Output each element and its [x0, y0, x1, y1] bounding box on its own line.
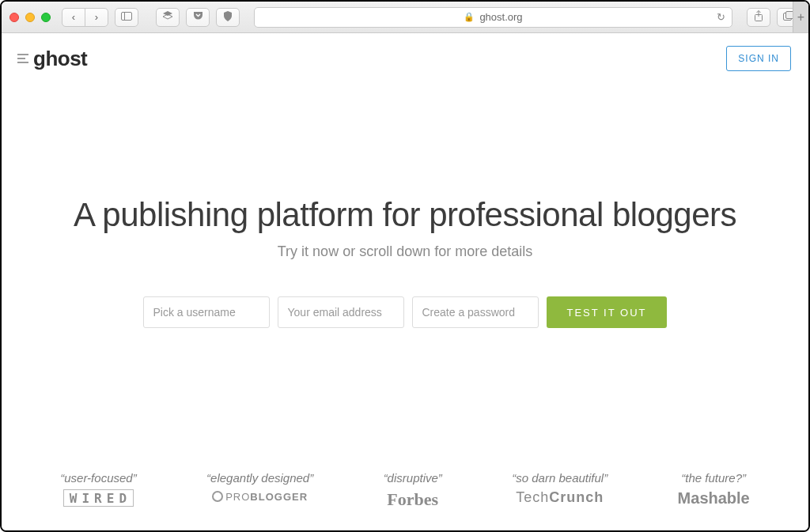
sidebar-toggle-button[interactable]: [115, 8, 138, 27]
press-quotes-row: “user-focused” WIRED “elegantly designed…: [2, 471, 808, 510]
press-logo-techcrunch: TechCrunch: [512, 489, 608, 506]
brand-wordmark: ghost: [33, 47, 87, 71]
extension-button-buffer[interactable]: [156, 8, 180, 27]
address-bar[interactable]: 🔒 ghost.org ↻: [254, 7, 732, 28]
press-logo-mashable: Mashable: [678, 489, 750, 507]
press-item-problogger: “elegantly designed” PROBLOGGER: [206, 471, 313, 510]
hero: A publishing platform for professional b…: [2, 196, 808, 328]
svg-rect-0: [122, 13, 132, 21]
extension-button-pocket[interactable]: [186, 8, 210, 27]
address-bar-text: ghost.org: [479, 11, 522, 23]
reload-icon[interactable]: ↻: [717, 11, 725, 23]
window-maximize-button[interactable]: [41, 13, 51, 22]
window-close-button[interactable]: [9, 13, 19, 22]
nav-back-button[interactable]: ‹: [62, 8, 85, 27]
stack-icon: [162, 11, 173, 23]
lock-icon: 🔒: [464, 12, 475, 22]
username-input[interactable]: [143, 296, 270, 328]
press-item-mashable: “the future?” Mashable: [678, 471, 750, 510]
nav-forward-button[interactable]: ›: [85, 8, 108, 27]
sign-in-label: SIGN IN: [738, 53, 779, 64]
window-controls: [9, 13, 51, 22]
svg-marker-2: [163, 11, 172, 16]
site-header: ghost SIGN IN: [2, 33, 808, 71]
press-logo-wired: WIRED: [63, 489, 134, 507]
hero-subtitle: Try it now or scroll down for more detai…: [33, 243, 777, 260]
press-quote: “the future?”: [678, 471, 750, 485]
gear-icon: [212, 491, 223, 502]
shield-icon: [223, 11, 233, 24]
pocket-icon: [193, 11, 203, 23]
chevron-left-icon: ‹: [72, 11, 75, 23]
share-button[interactable]: [747, 8, 770, 27]
press-quote: “disruptive”: [384, 471, 442, 485]
press-logo-forbes: Forbes: [384, 489, 442, 510]
brand[interactable]: ghost: [17, 47, 87, 71]
cta-label: TEST IT OUT: [567, 307, 647, 319]
hamburger-icon: [17, 54, 28, 63]
press-item-forbes: “disruptive” Forbes: [384, 471, 442, 510]
signup-form: TEST IT OUT: [33, 296, 777, 328]
share-icon: [754, 10, 763, 24]
email-input[interactable]: [278, 296, 404, 328]
password-input[interactable]: [412, 296, 539, 328]
press-item-techcrunch: “so darn beautiful” TechCrunch: [512, 471, 608, 510]
new-tab-button[interactable]: +: [793, 2, 808, 32]
press-quote: “so darn beautiful”: [512, 471, 608, 485]
test-it-out-button[interactable]: TEST IT OUT: [547, 296, 668, 328]
press-logo-problogger: PROBLOGGER: [206, 489, 313, 503]
chevron-right-icon: ›: [95, 11, 98, 23]
hero-title: A publishing platform for professional b…: [33, 196, 777, 234]
plus-icon: +: [797, 10, 804, 25]
page-body: ghost SIGN IN A publishing platform for …: [2, 33, 808, 530]
window-minimize-button[interactable]: [25, 13, 35, 22]
extension-button-adblock[interactable]: [216, 8, 240, 27]
sidebar-icon: [121, 11, 132, 23]
press-quote: “elegantly designed”: [206, 471, 313, 485]
press-item-wired: “user-focused” WIRED: [60, 471, 136, 510]
browser-toolbar: ‹ › 🔒 ghost.org ↻: [2, 2, 808, 33]
sign-in-button[interactable]: SIGN IN: [726, 46, 791, 71]
press-quote: “user-focused”: [60, 471, 136, 485]
